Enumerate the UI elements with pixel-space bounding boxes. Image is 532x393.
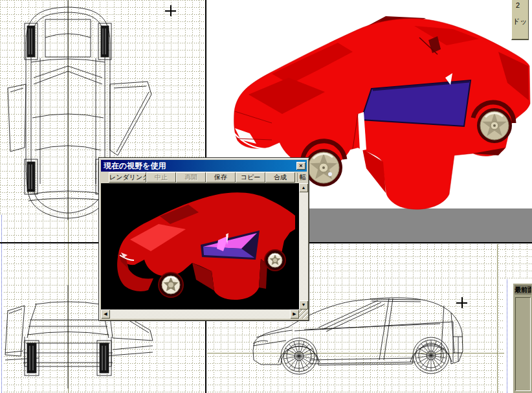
scroll-right-icon[interactable]: ▶ xyxy=(290,309,299,319)
front-wheel xyxy=(158,272,184,298)
render-window-toolbar: レンダリング 中止 再開 保存 コピー 合成 幅: 3 xyxy=(101,172,307,183)
marquee-guide-right xyxy=(507,280,507,393)
rendering-button[interactable]: レンダリング xyxy=(109,172,146,183)
render-result-window[interactable]: 現在の視野を使用 × レンダリング 中止 再開 保存 コピー 合成 幅: 3 xyxy=(98,157,309,321)
front-wheel xyxy=(305,149,342,186)
width-field-label: 幅: 3 xyxy=(297,173,307,182)
crosshair-cursor-icon xyxy=(456,297,467,308)
panel-title[interactable]: 最前面 xyxy=(515,285,531,295)
modeler-app-canvas: 現在の視野を使用 × レンダリング 中止 再開 保存 コピー 合成 幅: 3 xyxy=(0,0,532,393)
resize-grip[interactable] xyxy=(299,309,308,319)
save-button[interactable]: 保存 xyxy=(206,172,236,183)
crosshair-cursor-icon xyxy=(165,5,176,16)
close-icon[interactable]: × xyxy=(296,162,305,170)
rear-wheel xyxy=(264,249,286,271)
copy-button[interactable]: コピー xyxy=(236,172,265,183)
dot-size-value: 2 xyxy=(512,0,528,9)
render-window-titlebar[interactable]: 現在の視野を使用 × xyxy=(101,160,307,172)
scroll-up-icon[interactable]: ▲ xyxy=(299,183,308,192)
bring-to-front-panel: 最前面 xyxy=(513,283,532,393)
rear-wheel xyxy=(477,108,512,143)
rendered-car-small xyxy=(101,183,299,309)
dot-size-unit: ドット xyxy=(512,9,528,27)
vertical-scrollbar[interactable]: ▲ ▼ xyxy=(299,183,308,309)
dot-size-panel: 2 ドット xyxy=(511,0,529,40)
scroll-down-icon[interactable]: ▼ xyxy=(299,300,308,309)
render-window-title: 現在の視野を使用 xyxy=(101,161,296,172)
abort-button[interactable]: 中止 xyxy=(146,172,176,183)
horizontal-scrollbar[interactable]: ◀ ▶ xyxy=(101,309,299,319)
render-output-image xyxy=(101,183,299,309)
scroll-left-icon[interactable]: ◀ xyxy=(101,309,110,319)
panel-list-box[interactable] xyxy=(515,297,531,391)
composite-button[interactable]: 合成 xyxy=(265,172,295,183)
resume-button[interactable]: 再開 xyxy=(176,172,206,183)
